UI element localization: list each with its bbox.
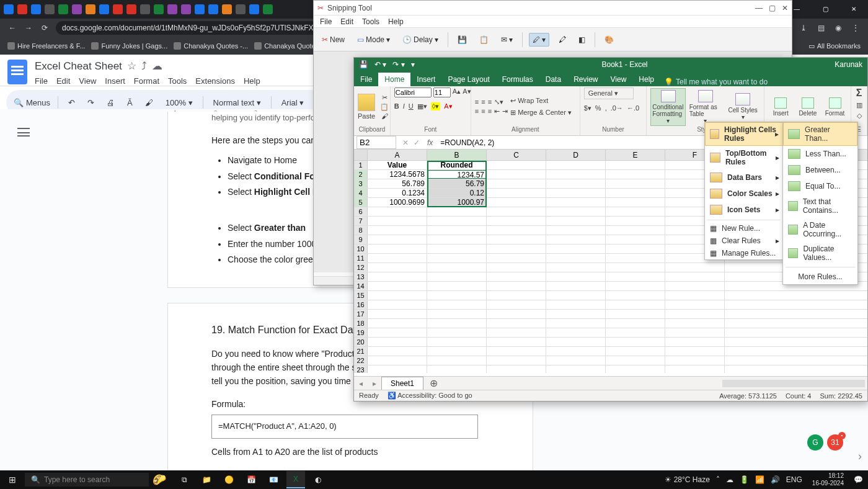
tab-favicon[interactable] xyxy=(72,4,82,14)
align-bottom-icon[interactable]: ≡ xyxy=(488,98,492,106)
onedrive-icon[interactable]: ☁ xyxy=(726,475,733,484)
cell[interactable] xyxy=(606,328,665,337)
wifi-icon[interactable]: 📶 xyxy=(755,475,764,484)
row-header[interactable]: 10 xyxy=(354,244,368,253)
row-header[interactable]: 1 xyxy=(354,161,368,169)
cell[interactable] xyxy=(606,226,665,235)
sheet-tab[interactable]: Sheet1 xyxy=(381,377,423,390)
cell[interactable] xyxy=(427,310,487,318)
italic-button[interactable]: I xyxy=(403,102,405,110)
tab-favicon[interactable] xyxy=(181,4,191,14)
row-header[interactable]: 21 xyxy=(354,347,368,356)
indent-decrease-icon[interactable]: ⇤ xyxy=(494,107,500,115)
taco-icon[interactable]: 🌮 xyxy=(153,473,166,486)
snip-menu-help[interactable]: Help xyxy=(388,17,404,26)
doc-title[interactable]: Excel Cheat Sheet xyxy=(35,60,122,73)
cell[interactable] xyxy=(487,338,546,346)
cell[interactable] xyxy=(546,310,606,318)
tab-favicon[interactable] xyxy=(45,4,55,14)
row-header[interactable]: 16 xyxy=(354,300,368,309)
reload-button[interactable]: ⟳ xyxy=(40,24,50,32)
row-header[interactable]: 19 xyxy=(354,328,368,337)
decrease-decimal-icon[interactable]: ←.0 xyxy=(627,104,639,112)
cell[interactable] xyxy=(546,198,606,207)
snip-save-button[interactable]: 💾 xyxy=(454,34,470,46)
cell[interactable] xyxy=(427,328,487,337)
cell[interactable] xyxy=(427,254,487,262)
excel-undo-icon[interactable]: ↶ ▾ xyxy=(374,60,386,69)
row-header[interactable]: 13 xyxy=(354,272,368,281)
task-view-icon[interactable]: ⧉ xyxy=(175,471,193,488)
row-header[interactable]: 12 xyxy=(354,263,368,272)
row-header[interactable]: 8 xyxy=(354,226,368,235)
cell[interactable] xyxy=(427,338,487,346)
cell[interactable] xyxy=(368,244,427,253)
cell[interactable] xyxy=(487,189,546,197)
comma-format-icon[interactable]: , xyxy=(605,104,607,112)
fx-icon[interactable]: fx xyxy=(423,138,436,147)
cell[interactable] xyxy=(665,328,725,337)
snip-send-button[interactable]: ✉ ▾ xyxy=(498,34,516,46)
cell[interactable]: 56.789 xyxy=(368,179,427,188)
rule-equal-to[interactable]: Equal To... xyxy=(783,178,857,194)
ribbon-tab-review[interactable]: Review xyxy=(567,73,604,86)
cf-new-rule[interactable]: ▦ New Rule... xyxy=(705,222,783,235)
cell[interactable] xyxy=(487,263,546,272)
tab-favicon[interactable] xyxy=(99,4,109,14)
font-color-button[interactable]: A▾ xyxy=(444,102,452,110)
print-icon[interactable]: 🖨 xyxy=(104,97,117,109)
back-button[interactable]: ← xyxy=(7,24,17,32)
cell[interactable] xyxy=(665,291,725,300)
indent-increase-icon[interactable]: ⇥ xyxy=(502,107,508,115)
cell[interactable] xyxy=(368,235,427,244)
cell[interactable] xyxy=(546,347,606,356)
col-header-c[interactable]: C xyxy=(487,150,546,160)
cell[interactable] xyxy=(427,207,487,216)
toolbar-search-menus[interactable]: 🔍 Menus xyxy=(14,98,50,107)
menu-help[interactable]: Help xyxy=(244,76,260,86)
cell[interactable] xyxy=(487,254,546,262)
snip-close[interactable]: ✕ xyxy=(782,4,788,12)
format-painter-icon[interactable]: 🖌 xyxy=(380,112,389,120)
tab-favicon[interactable] xyxy=(263,4,273,14)
cell[interactable] xyxy=(606,300,665,309)
cell[interactable] xyxy=(606,179,665,188)
sheet-nav-prev[interactable]: ◂ xyxy=(354,379,368,388)
cell[interactable] xyxy=(368,310,427,318)
star-icon[interactable]: ☆ xyxy=(127,60,136,73)
cell[interactable] xyxy=(487,244,546,253)
snip-menu-edit[interactable]: Edit xyxy=(340,17,353,26)
row-header[interactable]: 14 xyxy=(354,282,368,290)
cell[interactable] xyxy=(427,244,487,253)
cell[interactable] xyxy=(546,207,606,216)
row-header[interactable]: 6 xyxy=(354,207,368,216)
tab-favicon[interactable] xyxy=(167,4,177,14)
snip-delay-button[interactable]: 🕒Delay ▾ xyxy=(399,34,441,46)
cf-top-bottom-rules[interactable]: Top/Bottom Rules▸ xyxy=(705,146,783,169)
cell[interactable] xyxy=(606,338,665,346)
snip-titlebar[interactable]: ✂Snipping Tool — ▢ ✕ xyxy=(314,1,792,16)
align-top-icon[interactable]: ≡ xyxy=(475,98,479,106)
cell[interactable] xyxy=(487,356,546,365)
docs-logo-icon[interactable] xyxy=(7,60,27,84)
tab-favicon[interactable] xyxy=(4,4,14,14)
excel-icon[interactable]: X xyxy=(286,471,305,488)
zoom-dropdown[interactable]: 100% ▾ xyxy=(163,97,195,109)
cell[interactable] xyxy=(665,310,725,318)
cell[interactable] xyxy=(427,263,487,272)
snip-copy-button[interactable]: 📋 xyxy=(476,34,492,46)
row-header[interactable]: 11 xyxy=(354,254,368,262)
cell[interactable]: 1234.57 xyxy=(427,170,487,179)
cell[interactable] xyxy=(665,338,725,346)
cell[interactable] xyxy=(546,254,606,262)
cell[interactable] xyxy=(427,347,487,356)
app-icon[interactable]: ◐ xyxy=(309,471,327,488)
spellcheck-icon[interactable]: Ă xyxy=(125,97,135,109)
col-header-e[interactable]: E xyxy=(606,150,665,160)
cell[interactable] xyxy=(606,291,665,300)
tab-favicon[interactable] xyxy=(154,4,164,14)
cell[interactable] xyxy=(546,319,606,328)
row-header[interactable]: 2 xyxy=(354,170,368,179)
row-header[interactable]: 18 xyxy=(354,319,368,328)
cell[interactable]: 1000.9699 xyxy=(368,198,427,207)
